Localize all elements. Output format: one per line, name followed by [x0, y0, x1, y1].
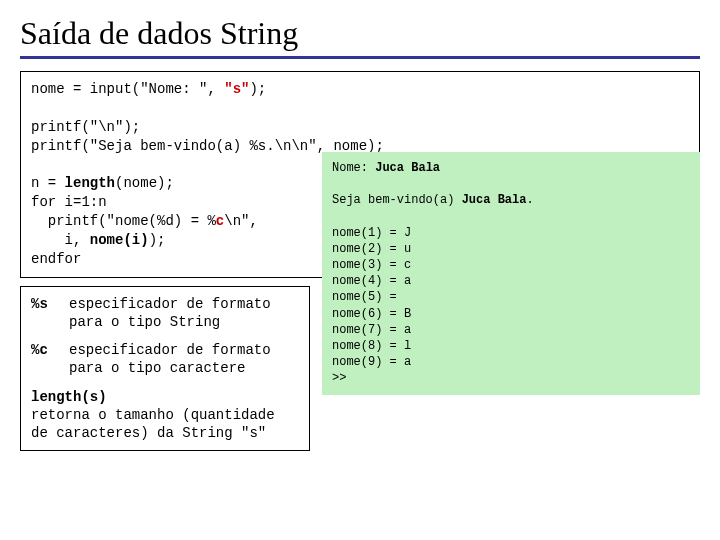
code-l8c: \n",: [224, 213, 258, 229]
code-l8a: printf("nome(%d) = %: [31, 213, 216, 229]
info-key-length: length(s): [31, 389, 107, 405]
code-l8b: c: [216, 213, 224, 229]
output-console: Nome: Juca Bala Seja bem-vindo(a) Juca B…: [322, 152, 700, 395]
code-l3: printf("\n");: [31, 119, 140, 135]
info-val-s: especificador de formato para o tipo Str…: [69, 295, 299, 331]
out-row-8: nome(8) = l: [332, 339, 411, 353]
code-l1b: "s": [224, 81, 249, 97]
slide-title: Saída de dados String: [20, 15, 700, 52]
out-row-9: nome(9) = a: [332, 355, 411, 369]
out-row-2: nome(2) = u: [332, 242, 411, 256]
code-l9b: nome(i): [90, 232, 149, 248]
code-l6c: (nome);: [115, 175, 174, 191]
out-prompt: Nome:: [332, 161, 375, 175]
code-l1c: );: [249, 81, 266, 97]
out-row-4: nome(4) = a: [332, 274, 411, 288]
out-row-1: nome(1) = J: [332, 226, 411, 240]
out-row-3: nome(3) = c: [332, 258, 411, 272]
code-l7: for i=1:n: [31, 194, 107, 210]
out-row-6: nome(6) = B: [332, 307, 411, 321]
info-val-c: especificador de formato para o tipo car…: [69, 341, 299, 377]
out-welcome-c: .: [526, 193, 533, 207]
out-row-5: nome(5) =: [332, 290, 404, 304]
info-block: %s especificador de formato para o tipo …: [20, 286, 310, 451]
title-rule: [20, 56, 700, 59]
out-welcome-a: Seja bem-vindo(a): [332, 193, 462, 207]
out-row-7: nome(7) = a: [332, 323, 411, 337]
out-welcome-b: Juca Bala: [462, 193, 527, 207]
info-key-s: %s: [31, 295, 55, 331]
code-l6a: n =: [31, 175, 65, 191]
code-l6b: length: [65, 175, 115, 191]
code-l1a: nome = input("Nome: ",: [31, 81, 224, 97]
code-l9c: );: [149, 232, 166, 248]
out-cursor: >>: [332, 371, 346, 385]
out-name: Juca Bala: [375, 161, 440, 175]
code-l9a: i,: [31, 232, 90, 248]
info-val-length: retorna o tamanho (quantidade de caracte…: [31, 407, 275, 441]
info-key-c: %c: [31, 341, 55, 377]
code-l10: endfor: [31, 251, 81, 267]
